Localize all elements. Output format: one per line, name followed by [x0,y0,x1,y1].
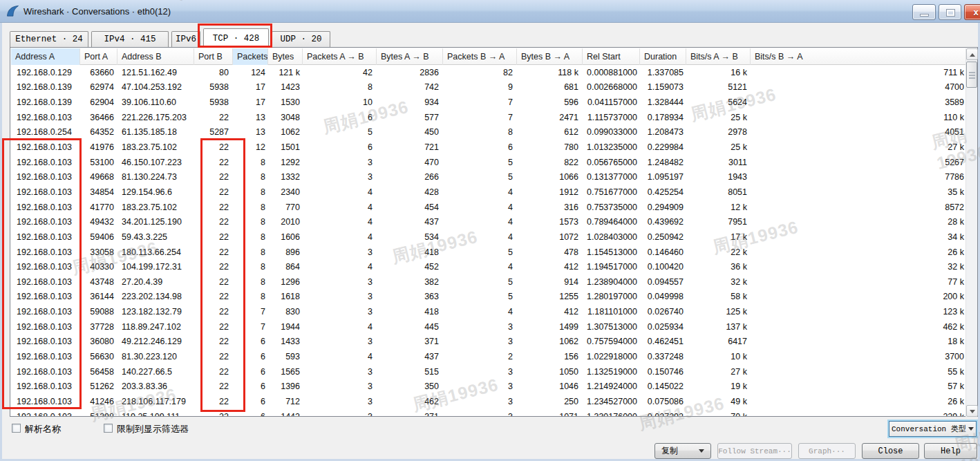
table-row[interactable]: 192.168.0.10341246218.106.117.1792267123… [11,394,967,409]
table-row[interactable]: 192.168.0.10334854129.154.96.62282340442… [11,185,967,200]
table-row[interactable]: 192.168.0.1033608049.212.246.12922614333… [11,335,967,350]
cell: 1.022918000 [583,349,640,364]
cell: 0.025934 [640,319,686,335]
cell: 46.150.107.223 [117,155,194,170]
cell: 4 [443,229,517,245]
table-row[interactable]: 192.168.0.1034374827.20.4.39228129633825… [11,274,967,290]
table-row[interactable]: 192.168.0.10333058180.113.66.25422889634… [11,245,967,260]
table-row[interactable]: 192.168.0.10341976183.23.75.102221215016… [11,140,967,155]
table-row[interactable]: 192.168.0.10336144223.202.134.9822816183… [11,290,967,305]
column-header-bits-s-a-b[interactable]: Bits/s A → B [686,48,751,65]
cell: 515 [377,364,443,379]
table-row[interactable]: 192.168.0.12963660121.51.162.4980124121 … [11,65,967,80]
column-header-rel-start[interactable]: Rel Start [583,48,640,65]
cell: 5121 [686,80,751,95]
wireshark-icon [6,5,19,18]
cell: 22 [194,169,233,185]
vertical-scrollbar[interactable] [965,48,977,417]
cell: 350 [377,379,443,394]
copy-button[interactable]: 复制 [654,443,711,459]
cell: 934 [377,95,443,110]
column-header-bytes-b-a[interactable]: Bytes B → A [517,48,583,65]
cell: 22 [194,349,233,364]
cell: 104.199.172.31 [117,259,194,274]
cell: 0.462451 [640,335,686,350]
cell: 183.23.75.102 [117,140,194,155]
cell: 5938 [194,95,233,110]
column-header-address-b[interactable]: Address B [117,48,194,65]
graph-button[interactable]: Graph··· [798,443,856,459]
cell: 192.168.0.103 [11,394,80,409]
minimize-button[interactable] [912,4,936,20]
cell: 4 [443,304,517,319]
cell: 1255 [517,290,583,305]
table-row[interactable]: 192.168.0.1034943234.201.125.19022820104… [11,214,967,229]
resolve-names-checkbox[interactable] [12,424,21,433]
cell: 17 [233,80,268,95]
table-row[interactable]: 192.168.0.10340330104.199.172.3122886444… [11,259,967,274]
column-header-port-b[interactable]: Port B [194,48,233,65]
cell: 8 [233,290,268,305]
scroll-down-button[interactable] [966,405,978,417]
tab-ethernet-label: Ethernet · 24 [15,35,83,44]
column-header-port-a[interactable]: Port A [80,48,117,65]
column-header-packets-a-b[interactable]: Packets A → B [303,48,377,65]
table-row[interactable]: 192.168.0.10337728118.89.247.10222719444… [11,319,967,335]
table-row[interactable]: 192.168.0.1396290439.106.110.60593817153… [11,95,967,110]
table-row[interactable]: 192.168.0.10351398119.25.109.11122614423… [11,409,967,416]
cell: 192.168.0.103 [11,274,80,290]
table-row[interactable]: 192.168.0.10336466221.226.175.2032213304… [11,110,967,125]
cell: 12 [233,140,268,155]
tab-udp[interactable]: UDP · 20 [272,31,330,47]
close-dialog-button[interactable]: Close [862,443,919,459]
cell: 8 [233,229,268,245]
scrollbar-thumb[interactable] [966,62,977,88]
table-row[interactable]: 192.168.0.10351262203.3.83.3622613963350… [11,379,967,394]
column-header-packets-b-a[interactable]: Packets B → A [443,48,517,65]
cell: 3 [303,245,377,260]
table-row[interactable]: 192.168.0.10359088123.182.132.7922783034… [11,304,967,319]
follow-stream-button[interactable]: Follow Stream··· [717,443,792,459]
table-row[interactable]: 192.168.0.10341770183.23.75.102228770445… [11,200,967,215]
column-header-duration[interactable]: Duration [640,48,686,65]
cell: 0.439692 [640,214,686,229]
table-row[interactable]: 192.168.0.1035663081.30.223.120226593443… [11,349,967,364]
cell: 22 [194,214,233,229]
cell: 3048 [268,110,303,125]
cell: 0.145022 [640,379,686,394]
conversation-types-button[interactable]: Conversation 类型 [889,421,977,437]
scroll-up-button[interactable] [966,48,978,60]
column-header-bits-s-b-a[interactable]: Bits/s B → A [751,48,967,65]
limit-display-filter-checkbox[interactable] [104,424,113,433]
cell: 12 k [686,200,751,215]
column-header-address-a[interactable]: Address A [11,48,80,65]
cell: 0.049998 [640,290,686,305]
table-row[interactable]: 192.168.0.1035940659.43.3.22522816064534… [11,229,967,245]
table-row[interactable]: 192.168.0.1034966881.130.224.73228133232… [11,169,967,185]
tab-ipv4[interactable]: IPv4 · 415 [91,31,169,47]
tab-ipv6[interactable]: IPv6 [171,31,200,47]
cell: 1.208473 [640,125,686,140]
cell: 1066 [517,169,583,185]
column-header-bytes[interactable]: Bytes [268,48,303,65]
column-header-bytes-a-b[interactable]: Bytes A → B [377,48,443,65]
cell: 183.23.75.102 [117,200,194,215]
cell: 56630 [80,349,117,364]
table-row[interactable]: 192.168.0.1035310046.150.107.22322812923… [11,155,967,170]
cell: 5 [443,274,517,290]
tab-tcp[interactable]: TCP · 428 [203,28,269,48]
cell: 0.425254 [640,185,686,200]
table-row[interactable]: 192.168.0.10356458140.227.66.52261565351… [11,364,967,379]
table-row[interactable]: 192.168.0.1396297447.104.253.19259381714… [11,80,967,95]
tab-ethernet[interactable]: Ethernet · 24 [10,31,88,47]
close-button[interactable]: x [964,4,980,20]
cell: 1.328444 [640,95,686,110]
maximize-button[interactable] [939,4,961,20]
table-row[interactable]: 192.168.0.2546435261.135.185.18528713106… [11,125,967,140]
cell: 41976 [80,140,117,155]
cell: 1.028403000 [583,229,640,245]
column-header-packets[interactable]: Packets [233,48,268,65]
cell: 53100 [80,155,117,170]
help-button[interactable]: Help [924,443,977,459]
cell: 454 [377,200,443,215]
